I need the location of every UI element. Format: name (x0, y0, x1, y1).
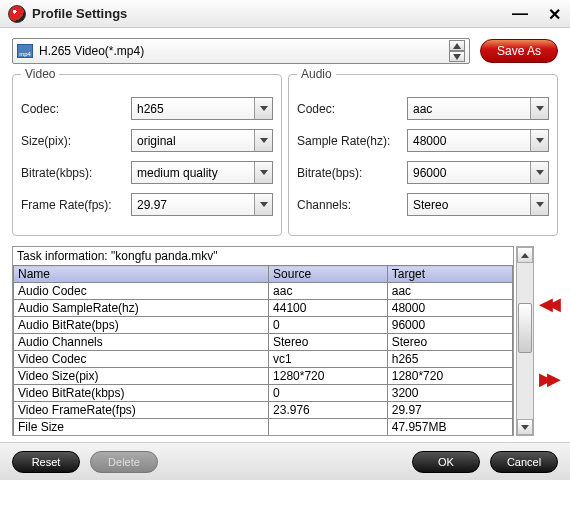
profile-selected-text: H.265 Video(*.mp4) (39, 44, 449, 58)
chevron-down-icon[interactable] (254, 162, 272, 183)
stepper-up-icon[interactable] (449, 40, 465, 51)
audio-sr-value: 48000 (413, 134, 446, 148)
table-cell: 0 (269, 385, 388, 402)
chevron-down-icon[interactable] (530, 130, 548, 151)
video-size-select[interactable]: original (131, 129, 273, 152)
audio-codec-value: aac (413, 102, 432, 116)
table-row[interactable]: Video Codecvc1h265 (14, 351, 513, 368)
audio-bitrate-select[interactable]: 96000 (407, 161, 549, 184)
video-fps-label: Frame Rate(fps): (21, 198, 131, 212)
footer: Reset Delete OK Cancel (0, 442, 570, 480)
scroll-track[interactable] (517, 263, 533, 419)
scroll-thumb[interactable] (518, 303, 532, 353)
col-target[interactable]: Target (387, 266, 512, 283)
close-button[interactable]: ✕ (544, 4, 564, 24)
prev-task-button[interactable]: ◀◀ (539, 298, 555, 310)
table-cell: vc1 (269, 351, 388, 368)
audio-channels-value: Stereo (413, 198, 448, 212)
window: Profile Settings — ✕ mp4 H.265 Video(*.m… (0, 0, 570, 480)
profile-row: mp4 H.265 Video(*.mp4) Save As (12, 38, 558, 64)
settings-groups: Video Codec: h265 Size(pix): original Bi… (12, 74, 558, 236)
next-task-button[interactable]: ▶▶ (539, 373, 555, 385)
chevron-down-icon[interactable] (254, 194, 272, 215)
audio-sr-select[interactable]: 48000 (407, 129, 549, 152)
table-cell: Video FrameRate(fps) (14, 402, 269, 419)
stepper-down-icon[interactable] (449, 51, 465, 62)
table-cell: Stereo (269, 334, 388, 351)
video-codec-select[interactable]: h265 (131, 97, 273, 120)
ok-button[interactable]: OK (412, 451, 480, 473)
task-info-panel: Task information: "kongfu panda.mkv" Nam… (12, 246, 514, 436)
window-title: Profile Settings (32, 6, 127, 21)
video-fps-select[interactable]: 29.97 (131, 193, 273, 216)
scroll-down-icon[interactable] (517, 419, 533, 435)
table-row[interactable]: Audio BitRate(bps)096000 (14, 317, 513, 334)
audio-bitrate-label: Bitrate(bps): (297, 166, 407, 180)
chevron-down-icon[interactable] (530, 98, 548, 119)
chevron-down-icon[interactable] (530, 162, 548, 183)
table-row[interactable]: Audio ChannelsStereoStereo (14, 334, 513, 351)
table-row[interactable]: Video BitRate(kbps)03200 (14, 385, 513, 402)
video-size-value: original (137, 134, 176, 148)
table-cell: Video Size(pix) (14, 368, 269, 385)
audio-codec-select[interactable]: aac (407, 97, 549, 120)
video-codec-label: Codec: (21, 102, 131, 116)
profile-select[interactable]: mp4 H.265 Video(*.mp4) (12, 38, 470, 64)
video-bitrate-label: Bitrate(kbps): (21, 166, 131, 180)
audio-group: Audio Codec: aac Sample Rate(hz): 48000 … (288, 74, 558, 236)
table-cell (269, 419, 388, 436)
table-cell: Audio Codec (14, 283, 269, 300)
chevron-down-icon[interactable] (254, 130, 272, 151)
table-cell: 48000 (387, 300, 512, 317)
scroll-up-icon[interactable] (517, 247, 533, 263)
table-cell: 96000 (387, 317, 512, 334)
audio-sr-label: Sample Rate(hz): (297, 134, 407, 148)
chevron-down-icon[interactable] (254, 98, 272, 119)
audio-codec-label: Codec: (297, 102, 407, 116)
scrollbar[interactable] (516, 246, 534, 436)
table-cell: aac (387, 283, 512, 300)
table-cell: 44100 (269, 300, 388, 317)
chevron-down-icon[interactable] (530, 194, 548, 215)
table-cell: 0 (269, 317, 388, 334)
table-row[interactable]: Audio Codecaacaac (14, 283, 513, 300)
table-cell: Audio SampleRate(hz) (14, 300, 269, 317)
table-cell: aac (269, 283, 388, 300)
mp4-format-icon: mp4 (17, 44, 33, 58)
table-cell: h265 (387, 351, 512, 368)
table-header-row: Name Source Target (14, 266, 513, 283)
cancel-button[interactable]: Cancel (490, 451, 558, 473)
titlebar: Profile Settings — ✕ (0, 0, 570, 28)
minimize-button[interactable]: — (510, 4, 530, 24)
col-source[interactable]: Source (269, 266, 388, 283)
table-cell: Video Codec (14, 351, 269, 368)
table-cell: 1280*720 (387, 368, 512, 385)
video-group-label: Video (21, 67, 59, 81)
table-row[interactable]: Video FrameRate(fps)23.97629.97 (14, 402, 513, 419)
delete-button: Delete (90, 451, 158, 473)
video-bitrate-select[interactable]: medium quality (131, 161, 273, 184)
col-name[interactable]: Name (14, 266, 269, 283)
table-row[interactable]: Audio SampleRate(hz)4410048000 (14, 300, 513, 317)
save-as-button[interactable]: Save As (480, 39, 558, 63)
table-cell: File Size (14, 419, 269, 436)
profile-stepper[interactable] (449, 40, 465, 62)
video-fps-value: 29.97 (137, 198, 167, 212)
audio-channels-select[interactable]: Stereo (407, 193, 549, 216)
table-cell: 23.976 (269, 402, 388, 419)
task-info-table: Name Source Target Audio CodecaacaacAudi… (13, 265, 513, 436)
audio-group-label: Audio (297, 67, 336, 81)
table-cell: Stereo (387, 334, 512, 351)
table-cell: Audio Channels (14, 334, 269, 351)
task-section: Task information: "kongfu panda.mkv" Nam… (12, 246, 558, 436)
video-size-label: Size(pix): (21, 134, 131, 148)
task-info-title: Task information: "kongfu panda.mkv" (13, 249, 513, 265)
table-cell: Audio BitRate(bps) (14, 317, 269, 334)
table-row[interactable]: Video Size(pix)1280*7201280*720 (14, 368, 513, 385)
content-area: mp4 H.265 Video(*.mp4) Save As Video Cod… (0, 28, 570, 442)
reset-button[interactable]: Reset (12, 451, 80, 473)
audio-bitrate-value: 96000 (413, 166, 446, 180)
table-cell: 29.97 (387, 402, 512, 419)
table-row[interactable]: File Size47.957MB (14, 419, 513, 436)
app-icon (8, 5, 26, 23)
